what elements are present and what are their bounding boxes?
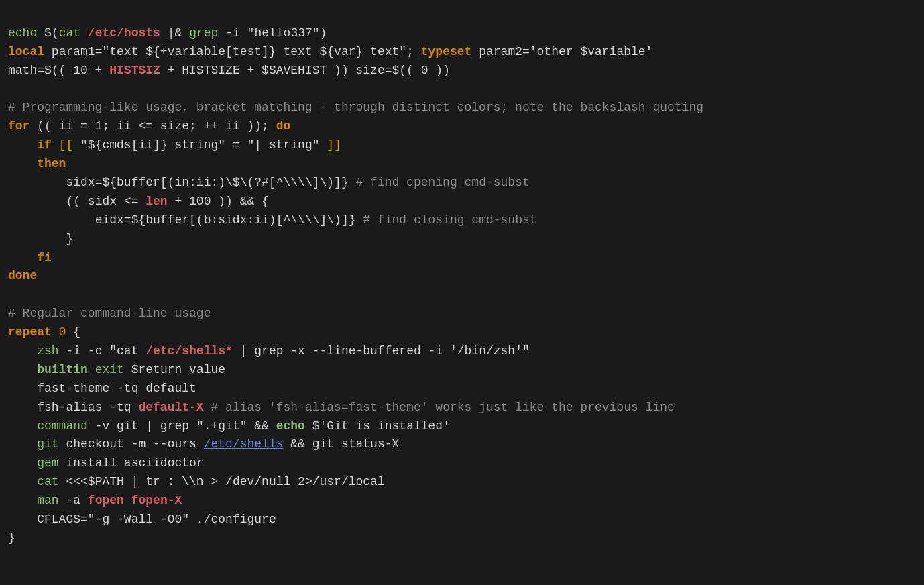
line-1: echo $(cat /etc/hosts |& grep -i "hello3…	[8, 26, 703, 545]
code-display: echo $(cat /etc/hosts |& grep -i "hello3…	[8, 5, 916, 548]
